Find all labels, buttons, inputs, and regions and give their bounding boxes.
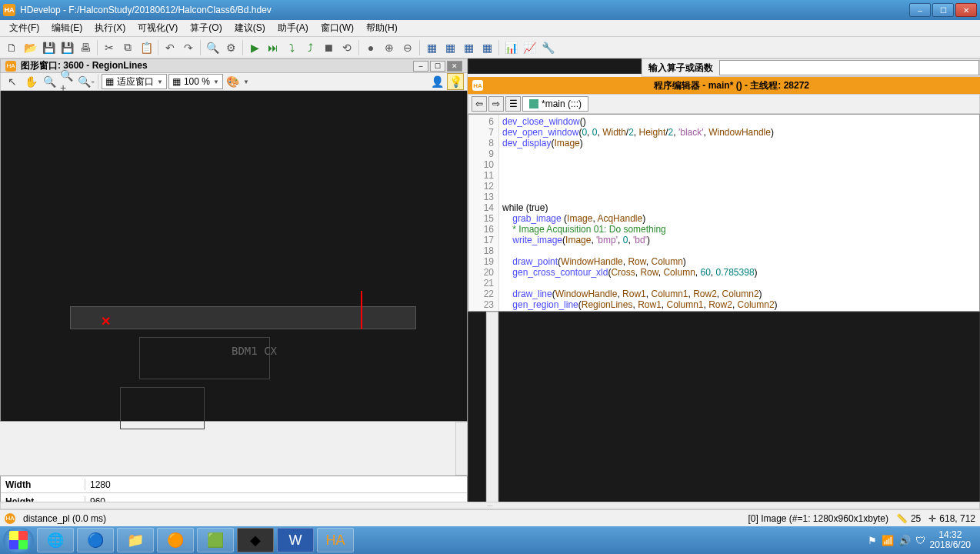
menu-file[interactable]: 文件(F) [3, 20, 45, 36]
separator [498, 40, 499, 55]
cut-icon[interactable]: ✂ [101, 39, 118, 56]
lower-panel-right [498, 312, 980, 508]
table-row[interactable]: Width1280 [1, 476, 467, 493]
reset-icon[interactable]: ⟲ [338, 39, 355, 56]
lower-panel-left [468, 312, 486, 508]
status-bar: HA distance_pl (0.0 ms) [0] Image (#=1: … [0, 509, 980, 526]
menu-visualize[interactable]: 可视化(V) [132, 20, 184, 36]
gfx-close-button[interactable]: ✕ [447, 61, 462, 72]
bulb-icon[interactable]: 💡 [447, 73, 464, 90]
zoom-out-icon[interactable]: 🔍- [78, 73, 95, 90]
code-content[interactable]: dev_close_window()dev_open_window(0, 0, … [499, 115, 979, 311]
close-button[interactable]: ✕ [955, 3, 977, 17]
system-tray[interactable]: ⚑ 📶 🔊 🛡 14:32 2018/6/20 [862, 530, 977, 550]
editor-toolbar: ⇦ ⇨ ☰ *main (:::) [468, 94, 980, 114]
graphics-window-title: 图形窗口: 3600 - RegionLines [21, 59, 412, 72]
tray-network-icon[interactable]: 📶 [882, 535, 894, 546]
window2-icon[interactable]: ▦ [442, 39, 458, 56]
nav-dropdown-button[interactable]: ☰ [505, 96, 521, 112]
window-title: HDevelop - F:/HalconStudy/20180612/Halco… [20, 5, 909, 15]
status-line-count: 📏 25 [896, 513, 921, 524]
open-icon[interactable]: 📂 [22, 39, 38, 56]
menu-edit[interactable]: 编辑(E) [45, 20, 88, 36]
find-icon[interactable]: 🔍 [204, 39, 221, 56]
hand-icon[interactable]: ✋ [22, 73, 39, 90]
stop-icon[interactable]: ⏹ [320, 39, 337, 56]
assist3-icon[interactable]: 🔧 [539, 39, 556, 56]
activate-icon[interactable]: ⊕ [381, 39, 398, 56]
save-icon[interactable]: 💾 [40, 39, 57, 56]
taskbar-item-app1[interactable]: 🟠 [157, 528, 194, 552]
taskbar-item-word[interactable]: W [277, 528, 314, 552]
canvas-text: BDM1 CX [232, 345, 277, 357]
rect-shape [120, 387, 205, 429]
editor-tab-main[interactable]: *main (:::) [522, 96, 588, 112]
code-editor[interactable]: 6789101112131415161718192021222324252627… [468, 114, 980, 312]
taskbar-item-ie[interactable]: 🌐 [37, 528, 74, 552]
menu-operators[interactable]: 算子(O) [184, 20, 228, 36]
deactivate-icon[interactable]: ⊖ [399, 39, 416, 56]
minimize-button[interactable]: – [909, 3, 931, 17]
menu-execute[interactable]: 执行(X) [88, 20, 132, 36]
horizontal-splitter[interactable]: ⋯ [0, 502, 980, 509]
taskbar-item-app2[interactable]: 🟩 [197, 528, 234, 552]
separator [158, 40, 158, 55]
separator [97, 40, 98, 55]
editor-titlebar[interactable]: HA 程序编辑器 - main* () - 主线程: 28272 [468, 77, 980, 94]
rect-shape [139, 337, 270, 379]
start-button[interactable] [3, 528, 34, 552]
taskbar-item-hdevelop[interactable]: HA [317, 528, 354, 552]
prop-value: 1280 [85, 479, 467, 490]
step-into-icon[interactable]: ⤵ [283, 39, 300, 56]
taskbar-item-explorer[interactable]: 📁 [117, 528, 154, 552]
fit-window-dropdown[interactable]: ▦ 适应窗口 ▼ [102, 74, 167, 89]
graphics-canvas[interactable]: ✕ BDM1 CX [0, 91, 468, 422]
taskbar-item-media[interactable]: 🔵 [77, 528, 114, 552]
menu-assistants[interactable]: 助手(A) [272, 20, 315, 36]
tray-clock[interactable]: 14:32 2018/6/20 [930, 530, 971, 550]
pointer-icon[interactable]: ↖ [4, 73, 21, 90]
run-icon[interactable]: ▶ [246, 39, 263, 56]
tray-volume-icon[interactable]: 🔊 [898, 535, 911, 546]
window3-icon[interactable]: ▦ [460, 39, 477, 56]
lines-icon: 📏 [896, 513, 908, 524]
copy-icon[interactable]: ⧉ [119, 39, 136, 56]
vertical-scrollbar[interactable] [486, 312, 498, 508]
chevron-down-icon[interactable]: ▼ [243, 78, 249, 85]
operator-input-field[interactable] [719, 60, 979, 75]
tray-flag-icon[interactable]: ⚑ [868, 535, 877, 546]
settings-icon[interactable]: ⚙ [222, 39, 239, 56]
gfx-maximize-button[interactable]: ☐ [430, 61, 445, 72]
redo-icon[interactable]: ↷ [180, 39, 197, 56]
taskbar-item-app3[interactable]: ◆ [237, 528, 274, 552]
line-number-gutter: 6789101112131415161718192021222324252627… [468, 115, 499, 311]
breakpoint-icon[interactable]: ● [362, 39, 379, 56]
vertical-scrollbar[interactable] [455, 422, 468, 476]
zoom-level-dropdown[interactable]: ▦ 100 % ▼ [168, 74, 223, 89]
new-icon[interactable]: 🗋 [3, 39, 20, 56]
undo-icon[interactable]: ↶ [162, 39, 178, 56]
maximize-button[interactable]: ☐ [932, 3, 954, 17]
nav-forward-button[interactable]: ⇨ [488, 96, 504, 112]
operator-input-row: 输入算子或函数 [642, 58, 980, 77]
menu-suggestions[interactable]: 建议(S) [228, 20, 272, 36]
assist2-icon[interactable]: 📈 [521, 39, 538, 56]
zoom-tool-icon[interactable]: 🔍 [41, 73, 58, 90]
inspect-icon[interactable]: 👤 [428, 73, 445, 90]
step-out-icon[interactable]: ⤴ [302, 39, 318, 56]
window4-icon[interactable]: ▦ [478, 39, 495, 56]
chevron-down-icon: ▼ [157, 78, 163, 85]
tray-shield-icon[interactable]: 🛡 [915, 535, 925, 546]
assist1-icon[interactable]: 📊 [502, 39, 519, 56]
nav-back-button[interactable]: ⇦ [472, 96, 487, 112]
zoom-in-icon[interactable]: 🔍+ [59, 73, 76, 90]
save-all-icon[interactable]: 💾 [58, 39, 75, 56]
gfx-minimize-button[interactable]: – [413, 61, 428, 72]
color-icon[interactable]: 🎨 [225, 73, 242, 90]
menu-help[interactable]: 帮助(H) [360, 20, 404, 36]
step-over-icon[interactable]: ⏭ [265, 39, 282, 56]
menu-window[interactable]: 窗口(W) [315, 20, 360, 36]
print-icon[interactable]: 🖶 [77, 39, 94, 56]
window1-icon[interactable]: ▦ [423, 39, 440, 56]
paste-icon[interactable]: 📋 [138, 39, 155, 56]
